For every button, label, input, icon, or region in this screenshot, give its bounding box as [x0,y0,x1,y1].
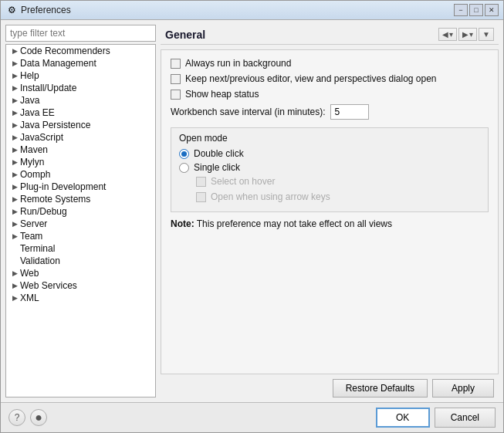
cancel-button[interactable]: Cancel [435,408,496,428]
tree-arrow-icon: ▶ [9,146,20,154]
restore-defaults-button[interactable]: Restore Defaults [333,379,428,397]
note-prefix: Note: [171,218,194,229]
back-dropdown-icon: ▾ [449,30,453,39]
tree-item-label: Code Recommenders [20,46,110,56]
tree-item[interactable]: ▶Mylyn [6,156,155,168]
tree-arrow-icon: ▶ [9,195,20,203]
tree-item-label: Data Management [20,58,96,69]
tree-item[interactable]: ▶Java EE [6,107,155,119]
tree-item-label: Server [20,218,47,229]
forward-dropdown-icon: ▾ [469,30,473,39]
show-heap-row: Show heap status [171,89,489,100]
circle-icon: ● [35,411,42,425]
navigation-buttons: ◀ ▾ ▶ ▾ ▼ [438,28,494,41]
tree-arrow-icon: ▶ [9,158,20,166]
help-icon[interactable]: ? [8,409,25,426]
tree-item[interactable]: ▶Web Services [6,279,155,292]
tree-item-label: JavaScript [20,132,63,143]
single-click-label: Single click [194,162,240,173]
tree-item[interactable]: ▶Java Persistence [6,119,155,131]
tree-item[interactable]: ▶Plug-in Development [6,181,155,193]
filter-input[interactable] [5,25,156,42]
close-button[interactable]: ✕ [485,4,499,16]
dialog-title: Preferences [21,5,451,15]
tree-item[interactable]: ▶Java [6,94,155,107]
ok-button[interactable]: OK [376,408,430,428]
tree-item[interactable]: ▶Run/Debug [6,205,155,218]
always-run-label: Always run in background [185,58,291,69]
keep-next-label: Keep next/previous editor, view and pers… [185,73,437,84]
tree-arrow-icon: ▶ [9,121,20,129]
show-heap-label: Show heap status [185,89,259,100]
tree-arrow-icon: ▶ [9,294,20,302]
tree-item[interactable]: ▶Server [6,218,155,230]
tree-item-label: Web Services [20,280,77,291]
tree-item[interactable]: ▶XML [6,292,155,304]
tree-item[interactable]: Validation [6,255,155,267]
tree-item[interactable]: ▶Install/Update [6,82,155,94]
dialog-body: ▶Code Recommenders▶Data Management▶Help▶… [1,20,503,402]
tree-item[interactable]: Terminal [6,242,155,255]
tree-item[interactable]: ▶Web [6,267,155,279]
tree-arrow-icon: ▶ [9,109,20,117]
tree-arrow-icon: ▶ [9,171,20,178]
tree-arrow-icon: ▶ [9,47,20,55]
workbench-interval-label: Workbench save interval (in minutes): [171,107,326,117]
left-panel: ▶Code Recommenders▶Data Management▶Help▶… [5,25,156,397]
keep-next-row: Keep next/previous editor, view and pers… [171,73,489,84]
select-hover-row: Select on hover [196,176,480,187]
maximize-button[interactable]: □ [469,4,483,16]
footer-buttons: OK Cancel [376,408,496,428]
tree-item[interactable]: ▶Team [6,230,155,242]
tree-item[interactable]: ▶Help [6,69,155,82]
content-area: Always run in background Keep next/previ… [161,49,499,374]
apply-button[interactable]: Apply [432,379,494,397]
tree-item[interactable]: ▶Maven [6,144,155,156]
open-mode-group: Open mode Double click Single click Sele… [171,127,489,212]
single-click-radio[interactable] [179,163,189,173]
tree-arrow-icon: ▶ [9,134,20,141]
tree-item-label: Mylyn [20,157,44,167]
keep-next-checkbox[interactable] [171,74,181,84]
single-click-row: Single click [179,162,480,173]
right-panel: General ◀ ▾ ▶ ▾ ▼ [161,25,499,397]
tree-item[interactable]: ▶Oomph [6,168,155,181]
dialog-icon: ⚙ [5,4,18,16]
title-bar: ⚙ Preferences − □ ✕ [1,1,503,20]
back-arrow-icon: ◀ [442,30,448,39]
select-hover-checkbox[interactable] [196,177,206,187]
tree-item-label: XML [20,293,39,303]
tree-item-label: Java EE [20,107,55,118]
tree-item[interactable]: ▶Data Management [6,57,155,69]
nav-back-button[interactable]: ◀ ▾ [438,28,457,41]
tree-item-label: Remote Systems [20,194,90,205]
section-title: General [165,29,205,41]
tree-item-label: Install/Update [20,83,76,93]
sub-options: Select on hover Open when using arrow ke… [196,176,480,202]
show-heap-checkbox[interactable] [171,90,181,100]
tree-arrow-icon: ▶ [9,232,20,240]
nav-forward-button[interactable]: ▶ ▾ [458,28,477,41]
tree-arrow-icon: ▶ [9,282,20,289]
arrow-keys-checkbox[interactable] [196,192,206,202]
tree-item-label: Run/Debug [20,206,67,217]
question-mark-icon: ? [15,412,20,423]
tree-item[interactable]: ▶JavaScript [6,131,155,144]
workbench-interval-input[interactable] [330,104,369,120]
always-run-checkbox[interactable] [171,59,181,69]
double-click-radio[interactable] [179,149,189,159]
tree-arrow-icon: ▶ [9,84,20,92]
tree-item[interactable]: ▶Remote Systems [6,193,155,205]
minimize-button[interactable]: − [454,4,468,16]
dialog-footer: ? ● OK Cancel [1,402,503,432]
double-click-row: Double click [179,148,480,159]
tree-item-label: Terminal [20,243,55,254]
right-header: General ◀ ▾ ▶ ▾ ▼ [161,25,499,45]
nav-menu-button[interactable]: ▼ [479,28,494,41]
info-icon[interactable]: ● [30,409,47,426]
workbench-interval-row: Workbench save interval (in minutes): [171,104,489,120]
tree-item-label: Help [20,70,39,81]
tree-item[interactable]: ▶Code Recommenders [6,45,155,57]
tree-panel: ▶Code Recommenders▶Data Management▶Help▶… [5,44,156,397]
bottom-buttons: Restore Defaults Apply [161,374,499,397]
